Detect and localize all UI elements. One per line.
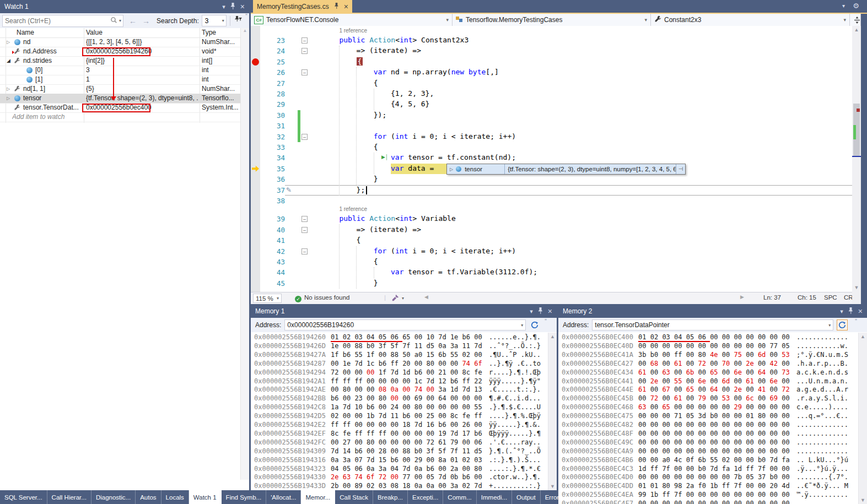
memory1-titlebar[interactable]: Memory 1 ▾ × bbox=[251, 305, 557, 318]
code-line[interactable]: 45} bbox=[251, 278, 861, 289]
code-line[interactable]: 28{1, 2, 3}, bbox=[251, 89, 861, 99]
pin-filter-icon[interactable] bbox=[234, 15, 243, 26]
code-line[interactable]: 25{ bbox=[251, 57, 861, 67]
tool-window-tab-watch-1[interactable]: Watch 1 bbox=[189, 490, 222, 504]
code-line[interactable]: 43{ bbox=[251, 257, 861, 267]
memory-row[interactable]: 0x000002556B1943160a 3a 07 7d 15 b6 00 2… bbox=[251, 456, 548, 465]
code-line[interactable]: 44var tensor = tf.Variable(3112.0f); bbox=[251, 267, 861, 278]
window-position-icon[interactable]: ▾ bbox=[222, 3, 225, 10]
tab-pin-icon[interactable] bbox=[334, 3, 339, 10]
expander-collapsed-icon[interactable]: ▷ bbox=[7, 37, 10, 47]
watch-row[interactable]: [1]1int bbox=[0, 75, 241, 85]
memory-row[interactable]: 0x000002556B19426001 02 03 04 05 06 65 0… bbox=[251, 333, 548, 342]
watch-value[interactable]: 1 bbox=[86, 75, 198, 84]
tool-window-tab-breakp[interactable]: Breakp... bbox=[373, 490, 408, 504]
memory-row[interactable]: 0x000002556B19432304 05 06 0a 3a 04 7d 0… bbox=[251, 465, 548, 474]
datatip-variable-name[interactable]: tensor bbox=[465, 166, 504, 172]
memory-row[interactable]: 0x000002556B1942E2ff ff 00 00 00 00 18 7… bbox=[251, 421, 548, 430]
codelens-references[interactable]: 1 reference bbox=[339, 28, 367, 34]
memory-row[interactable]: 0x000002556B0EC4A900 00 00 00 00 00 00 0… bbox=[558, 447, 859, 456]
code-line[interactable]: 23–public Action<int> Constant2x3 bbox=[251, 35, 861, 46]
gear-icon[interactable]: ⚙ bbox=[853, 2, 859, 10]
tool-window-tab-error-list[interactable]: Error List bbox=[541, 490, 576, 504]
memory-row[interactable]: 0x000002556B0EC44100 2e 00 55 00 6e 00 6… bbox=[558, 377, 859, 386]
memory-row[interactable]: 0x000002556B19426D1e 00 88 b0 3f 5f 7f 1… bbox=[251, 342, 548, 351]
watch-value[interactable]: {5} bbox=[86, 84, 198, 94]
code-editor[interactable]: 1 reference23–public Action<int> Constan… bbox=[251, 26, 861, 292]
watch-search[interactable]: ▾ bbox=[2, 15, 123, 27]
tool-window-tab-locals[interactable]: Locals bbox=[161, 490, 189, 504]
watch-name[interactable]: tensor bbox=[23, 94, 89, 103]
code-cleanup-icon[interactable] bbox=[392, 294, 399, 302]
memory-row[interactable]: 0x000002556B0EC49C00 00 00 00 00 00 00 0… bbox=[558, 438, 859, 447]
pin-icon[interactable] bbox=[538, 307, 543, 315]
refresh-icon[interactable] bbox=[529, 319, 540, 330]
memory-row[interactable]: 0x000002556B1942AE00 80 00 00 08 0a 00 7… bbox=[251, 386, 548, 394]
toolbar-overflow-icon[interactable]: '' bbox=[855, 318, 857, 324]
watch-column-header[interactable]: Name Value Type bbox=[0, 28, 249, 38]
fold-collapse-icon[interactable]: – bbox=[301, 48, 308, 54]
expander-collapsed-icon[interactable]: ▷ bbox=[7, 94, 10, 103]
scroll-down-arrow[interactable]: ▼ bbox=[852, 285, 861, 290]
column-value[interactable]: Value bbox=[86, 29, 103, 36]
memory-row[interactable]: 0x000002556B1942A1ff ff ff 00 00 00 00 1… bbox=[251, 377, 548, 386]
hscroll-left-arrow[interactable]: ◀ bbox=[424, 294, 428, 300]
member-dropdown[interactable]: Constant2x3 ▾ bbox=[651, 14, 850, 26]
memory-row[interactable]: 0x000002556B1942EF8c fe ff ff ff 00 00 0… bbox=[251, 430, 548, 438]
watch-titlebar[interactable]: Watch 1 ▾ × bbox=[0, 0, 249, 13]
memory-row[interactable]: 0x000002556B0EC44E61 00 67 00 65 00 64 0… bbox=[558, 386, 859, 394]
health-indicator[interactable]: ✓No issues found bbox=[295, 294, 349, 302]
fold-collapse-icon[interactable]: – bbox=[301, 37, 308, 44]
watch-row[interactable]: ▷tensor{tf.Tensor: shape=(2, 3), dtype=u… bbox=[0, 94, 241, 104]
code-line[interactable]: 34▶│var tensor = tf.constant(nd); bbox=[251, 153, 861, 163]
memory-row[interactable]: 0x000002556B0EC4DD01 01 80 98 2a f0 1b f… bbox=[558, 482, 859, 491]
datatip[interactable]: ▷ tensor {tf.Tensor: shape=(2, 3), dtype… bbox=[446, 164, 686, 175]
hscroll-right-arrow[interactable]: ▶ bbox=[740, 294, 744, 300]
project-dropdown[interactable]: C# TensorFlowNET.Console ▾ bbox=[251, 14, 453, 26]
memory-row[interactable]: 0x000002556B0EC40001 02 03 04 05 06 00 0… bbox=[558, 333, 859, 342]
memory-row[interactable]: 0x000002556B19433D2b 00 89 02 03 08 18 0… bbox=[251, 482, 548, 490]
memory-row[interactable]: 0x000002556B0EC4EA99 1b ff 7f 00 00 00 0… bbox=[558, 491, 859, 500]
search-icon[interactable] bbox=[110, 16, 117, 26]
tool-window-tab-excepti[interactable]: Excepti... bbox=[408, 490, 443, 504]
memory-row[interactable]: 0x000002556B1942C81a 7d 10 b6 00 24 00 8… bbox=[251, 403, 548, 412]
watch-value[interactable]: {int[2]} bbox=[86, 56, 198, 66]
chevron-down-icon[interactable]: ▾ bbox=[402, 296, 404, 301]
breakpoint-icon[interactable] bbox=[252, 58, 259, 66]
scroll-up-arrow[interactable]: ▲ bbox=[852, 27, 861, 32]
watch-value[interactable]: {[[1, 2, 3], [4, 5, 6]]} bbox=[86, 37, 198, 47]
expander-icon[interactable]: ▷ bbox=[450, 167, 453, 172]
forward-arrow-icon[interactable]: → bbox=[142, 17, 150, 25]
datatip-value[interactable]: {tf.Tensor: shape=(2, 3), dtype=uint8, n… bbox=[508, 166, 676, 172]
tool-window-tab-memor[interactable]: Memor... bbox=[301, 490, 335, 504]
watch-add-row[interactable]: Add item to watch bbox=[0, 112, 241, 122]
tool-window-tab-call-hierar[interactable]: Call Hierar... bbox=[47, 490, 91, 504]
memory-row[interactable]: 0x000002556B19428700 1e 7d 1c b6 ff 20 0… bbox=[251, 360, 548, 368]
window-position-icon[interactable]: ▾ bbox=[530, 308, 533, 315]
back-arrow-icon[interactable]: ← bbox=[129, 17, 137, 25]
tool-window-tab-autos[interactable]: Autos bbox=[136, 490, 161, 504]
code-line[interactable]: 31 bbox=[251, 121, 861, 131]
memory1-rows[interactable]: 0x000002556B19426001 02 03 04 05 06 65 0… bbox=[251, 333, 548, 490]
code-line[interactable]: 30}); bbox=[251, 110, 861, 121]
toolbar-overflow-icon[interactable]: '' bbox=[245, 13, 247, 19]
memory-row[interactable]: 0x000002556B0EC41A3b b0 00 ff 00 80 4e 0… bbox=[558, 351, 859, 360]
memory2-address-input[interactable]: tensor.TensorDataPointer ▾ bbox=[592, 319, 833, 330]
watch-name[interactable]: tensor.TensorDat... bbox=[23, 103, 89, 112]
memory-row[interactable]: 0x000002556B0EC46863 00 65 00 00 00 00 0… bbox=[558, 403, 859, 412]
watch-value[interactable]: {tf.Tensor: shape=(2, 3), dtype=uint8, .… bbox=[86, 94, 198, 103]
memory-row[interactable]: 0x000002556B0EC47500 00 00 71 05 3d b0 0… bbox=[558, 412, 859, 421]
tool-window-tab-find-symb[interactable]: Find Symb... bbox=[222, 490, 267, 504]
code-line[interactable]: 36} bbox=[251, 174, 861, 185]
memory-row[interactable]: 0x000002556B19427A1f b6 55 1f 00 88 50 a… bbox=[251, 351, 548, 360]
memory-row[interactable]: 0x000002556B0EC4C31d ff 7f 00 00 b0 7d f… bbox=[558, 465, 859, 474]
tool-window-tab-diagnostic[interactable]: Diagnostic... bbox=[91, 490, 136, 504]
code-line[interactable]: 24–=> (iterate) => bbox=[251, 46, 861, 56]
memory-row[interactable]: 0x000002556B1942D502 00 00 1b 7d 11 b6 0… bbox=[251, 412, 548, 421]
code-line[interactable]: 41{ bbox=[251, 235, 861, 246]
watch-name[interactable]: nd.strides bbox=[23, 56, 89, 66]
document-tab[interactable]: MemoryTestingCases.cs × bbox=[253, 0, 352, 13]
memory-row[interactable]: 0x000002556B0EC4B600 00 a0 4c 0f 6b 55 0… bbox=[558, 456, 859, 465]
memory-row[interactable]: 0x000002556B0EC42700 68 00 61 00 72 00 7… bbox=[558, 360, 859, 368]
tool-window-tab-sql-server[interactable]: SQL Server... bbox=[0, 490, 47, 504]
